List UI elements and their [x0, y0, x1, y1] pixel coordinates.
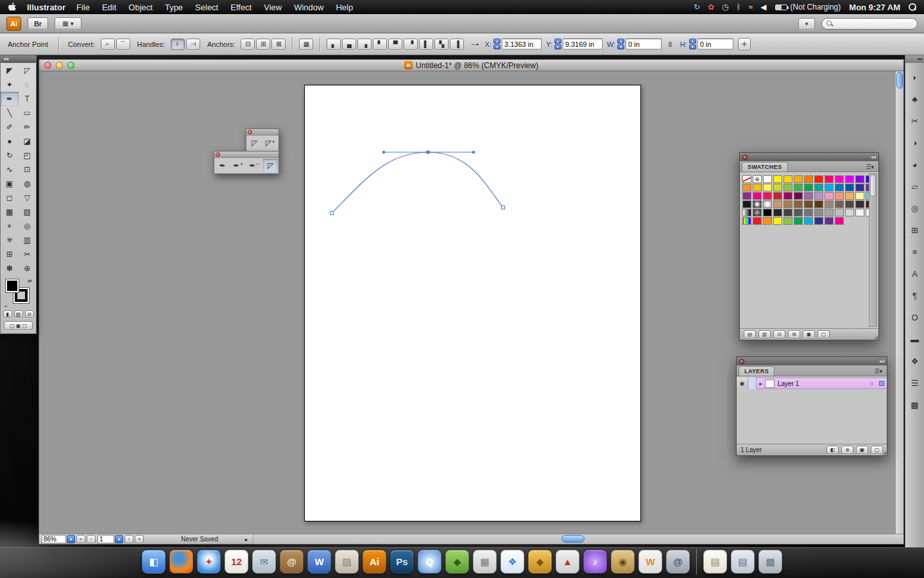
panel-resize-grip[interactable]: ◢: [883, 450, 886, 455]
paintbrush-tool[interactable]: ✐: [1, 120, 19, 134]
hide-handles-button[interactable]: ⊣: [186, 39, 200, 50]
swatch[interactable]: [773, 200, 782, 208]
swatch[interactable]: [804, 217, 813, 225]
align-middle-button[interactable]: ▀: [388, 39, 402, 50]
align-bottom-button[interactable]: ▝: [404, 39, 418, 50]
layer-name[interactable]: Layer 1: [778, 380, 870, 387]
swatch[interactable]: [753, 184, 762, 191]
vertical-scrollbar[interactable]: [895, 71, 903, 534]
menu-item[interactable]: Effect: [230, 3, 252, 12]
symbols-panel-icon[interactable]: ♣: [909, 92, 921, 105]
symbol-sprayer-tool[interactable]: ✳: [1, 233, 19, 247]
delete-anchor-point-tool[interactable]: ✒⁻: [246, 158, 262, 173]
tab-swatches[interactable]: SWATCHES: [742, 162, 788, 171]
swatch[interactable]: [804, 200, 813, 208]
trash-dock-icon[interactable]: ▩: [758, 550, 782, 574]
swatch[interactable]: [794, 192, 803, 200]
live-paint-bucket-tool[interactable]: ◍: [19, 177, 37, 191]
firefox-dock-icon[interactable]: [169, 550, 193, 574]
menu-item[interactable]: View: [264, 3, 282, 12]
battery-indicator[interactable]: (Not Charging): [775, 3, 841, 12]
dock-collapse-button[interactable]: ◂◂: [905, 55, 924, 63]
swatch[interactable]: [845, 209, 854, 216]
swatch[interactable]: [742, 175, 751, 183]
eraser-tool[interactable]: ◪: [19, 134, 37, 148]
color-panel-icon[interactable]: ❖: [909, 355, 921, 367]
make-clipping-mask-button[interactable]: ◧: [826, 446, 839, 454]
swatch[interactable]: [783, 192, 792, 200]
menu-item[interactable]: Edit: [102, 3, 116, 12]
lasso-tool[interactable]: ◌: [19, 78, 37, 92]
distribute-vertical-button[interactable]: ▐: [450, 39, 464, 50]
last-artboard-button[interactable]: »: [135, 535, 144, 543]
artboard-number-input[interactable]: [98, 535, 114, 543]
mail-dock-icon[interactable]: ✉: [252, 550, 276, 574]
swatch[interactable]: [845, 200, 854, 208]
zoom-window-button[interactable]: [67, 62, 74, 69]
swatch[interactable]: [804, 175, 813, 183]
stamp-dock-icon[interactable]: ▨: [335, 550, 359, 574]
swatch[interactable]: [794, 217, 803, 225]
first-artboard-button[interactable]: «: [76, 535, 85, 543]
paw-status-icon[interactable]: ✿: [708, 3, 714, 12]
swatch[interactable]: [814, 175, 823, 183]
swatch[interactable]: [835, 209, 844, 216]
zoom-menu-button[interactable]: ▾: [67, 535, 75, 543]
menu-item[interactable]: Help: [336, 3, 353, 12]
swatch[interactable]: [742, 217, 751, 225]
convert-anchor-point-tool[interactable]: ◸: [262, 158, 278, 173]
swatch[interactable]: [855, 192, 864, 200]
swatch[interactable]: [773, 209, 782, 216]
swap-fill-stroke-icon[interactable]: ⇄: [28, 278, 32, 284]
previous-artboard-button[interactable]: ‹: [87, 535, 96, 543]
swatch[interactable]: [794, 200, 803, 208]
distribute-center-button[interactable]: ▚: [434, 39, 449, 50]
workspace-switcher-button[interactable]: ▾: [798, 18, 815, 30]
swatch[interactable]: [804, 184, 813, 191]
blob-brush-tool[interactable]: ●: [1, 134, 19, 148]
shape-builder-tool[interactable]: ▣: [1, 177, 19, 191]
line-segment-tool[interactable]: ╲: [1, 106, 19, 120]
finder-dock-icon[interactable]: ◧: [142, 550, 166, 574]
sync-status-icon[interactable]: ↻: [694, 3, 700, 12]
camera-dock-icon[interactable]: ◉: [611, 550, 635, 574]
menu-item[interactable]: Select: [195, 3, 218, 12]
swatch[interactable]: [804, 192, 813, 200]
new-swatch-button[interactable]: ▣: [803, 330, 815, 338]
swatch[interactable]: [855, 209, 864, 216]
palette-titlebar[interactable]: [246, 129, 278, 136]
word-2008-dock-icon[interactable]: W: [638, 550, 662, 574]
documents-dock-icon[interactable]: ▤: [731, 550, 755, 574]
time-machine-status-icon[interactable]: ◷: [722, 3, 728, 12]
free-transform-tool[interactable]: ⊡: [19, 162, 37, 177]
contacts-dock-icon[interactable]: @: [280, 550, 304, 574]
apple-menu-icon[interactable]: [8, 3, 16, 12]
swatch[interactable]: [773, 217, 782, 225]
selection-tool[interactable]: ◤: [1, 64, 19, 78]
convert-to-smooth-button[interactable]: ⌒: [116, 39, 130, 50]
swatch[interactable]: [753, 209, 762, 216]
gold-dock-icon[interactable]: ◆: [528, 550, 552, 574]
quicktime-dock-icon[interactable]: Q: [418, 550, 441, 574]
swatch[interactable]: [763, 192, 772, 200]
swatches-panel-titlebar[interactable]: ◂◂: [740, 153, 878, 161]
volume-status-icon[interactable]: ◀: [760, 3, 766, 12]
swatch[interactable]: [814, 184, 823, 191]
type-tool[interactable]: T: [19, 92, 37, 106]
none-mode-button[interactable]: ⊘: [25, 310, 34, 318]
swatch[interactable]: [783, 217, 792, 225]
scale-tool[interactable]: ◰: [19, 148, 37, 162]
swatch[interactable]: [773, 175, 782, 183]
w-stepper[interactable]: ▲▼: [617, 39, 624, 49]
y-input[interactable]: [563, 39, 603, 49]
swatch[interactable]: [753, 175, 762, 183]
document-titlebar[interactable]: Ai Untitled-1* @ 86% (CMYK/Preview): [39, 60, 903, 71]
artboard-tool[interactable]: ⊞: [1, 247, 19, 261]
color-guide-panel-icon[interactable]: ◕: [909, 158, 921, 171]
swatch[interactable]: [783, 184, 792, 191]
swatch[interactable]: [804, 209, 813, 216]
y-stepper[interactable]: ▲▼: [554, 39, 561, 49]
status-menu-icon[interactable]: ▸: [245, 536, 248, 543]
tab-layers[interactable]: LAYERS: [739, 366, 774, 376]
attributes-panel-icon[interactable]: ◎: [909, 202, 921, 215]
